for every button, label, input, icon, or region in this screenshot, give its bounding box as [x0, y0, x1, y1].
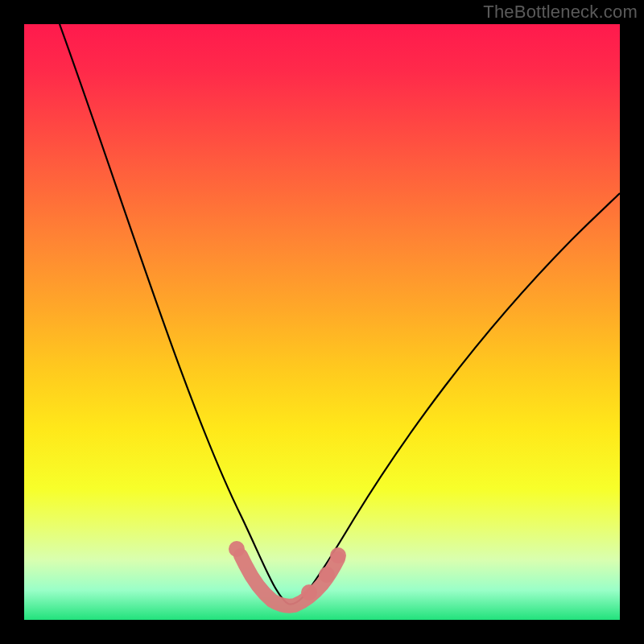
bottleneck-curve-svg	[24, 24, 620, 620]
bottleneck-curve	[60, 24, 620, 605]
chart-frame: TheBottleneck.com	[0, 0, 644, 644]
marker-dot	[301, 584, 317, 601]
watermark-text: TheBottleneck.com	[483, 2, 638, 23]
marker-dot	[229, 541, 245, 557]
marker-dot	[330, 547, 346, 564]
marker-dot	[319, 567, 335, 583]
chart-plot-area	[24, 24, 620, 620]
